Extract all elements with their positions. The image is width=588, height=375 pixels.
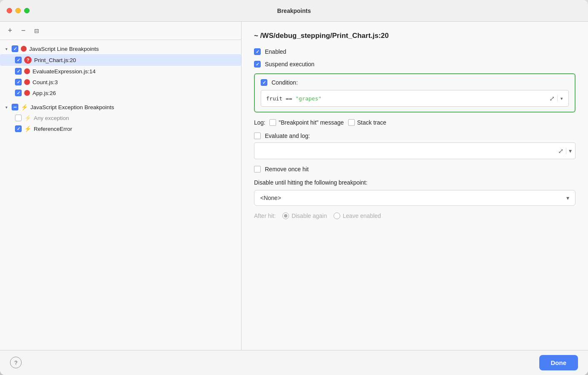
code-input-actions: ⤢ ▾ bbox=[549, 95, 563, 102]
chevron-down-icon: ▾ bbox=[3, 47, 9, 51]
remove-checkbox[interactable] bbox=[254, 166, 261, 172]
after-hit-label: After hit: bbox=[254, 212, 276, 219]
bottom-bar: ? Done bbox=[0, 350, 588, 375]
main-content: + − ⊟ ▾ ✓ JavaScript Line Breakpoints bbox=[0, 22, 588, 350]
exception-lightning-icon: ⚡ bbox=[21, 104, 28, 110]
condition-pre: fruit == bbox=[266, 95, 295, 102]
reference-error-lightning-icon: ⚡ bbox=[24, 125, 31, 132]
tree-item-evaluate-expression[interactable]: ✓ EvaluateExpression.js:14 bbox=[0, 66, 241, 77]
condition-label: Condition: bbox=[272, 79, 298, 86]
exception2-checkbox[interactable]: ✓ bbox=[15, 125, 22, 132]
enabled-checkbox[interactable]: ✓ bbox=[254, 48, 261, 55]
remove-button[interactable]: − bbox=[18, 26, 28, 36]
done-button[interactable]: Done bbox=[539, 355, 578, 370]
minimize-button[interactable] bbox=[15, 8, 21, 13]
breakpoint-question-icon: ? bbox=[24, 56, 32, 64]
tree-area: ▾ ✓ JavaScript Line Breakpoints ✓ ? Prin… bbox=[0, 40, 241, 350]
evaluate-input-actions: ⤢ ▾ bbox=[558, 147, 572, 155]
evaluate-dropdown-icon[interactable]: ▾ bbox=[566, 148, 572, 154]
evaluate-header: Evaluate and log: bbox=[254, 132, 576, 139]
evaluate-expand-icon[interactable]: ⤢ bbox=[558, 147, 563, 155]
add-button[interactable]: + bbox=[5, 26, 15, 36]
any-exception-lightning-icon: ⚡ bbox=[24, 115, 31, 121]
group2-header[interactable]: ▾ − ⚡ JavaScript Exception Breakpoints bbox=[0, 102, 241, 112]
maximize-button[interactable] bbox=[24, 8, 30, 13]
condition-code: fruit == "grapes" bbox=[266, 95, 321, 102]
group1-checkbox[interactable]: ✓ bbox=[12, 45, 18, 52]
disable-section: Disable until hitting the following brea… bbox=[254, 179, 576, 206]
suspend-row: ✓ Suspend execution bbox=[254, 61, 576, 68]
help-icon: ? bbox=[14, 360, 17, 366]
group1-label: JavaScript Line Breakpoints bbox=[29, 46, 99, 52]
item2-label: EvaluateExpression.js:14 bbox=[32, 68, 96, 75]
item4-checkbox[interactable]: ✓ bbox=[15, 90, 22, 96]
item1-checkbox[interactable]: ✓ bbox=[15, 57, 22, 63]
remove-label: Remove once hit bbox=[265, 166, 309, 172]
disable-label: Disable until hitting the following brea… bbox=[254, 179, 576, 186]
disable-dropdown[interactable]: <None> ▾ bbox=[254, 190, 576, 206]
breakpoint-path: ~ /WS/debug_stepping/Print_Chart.js:20 bbox=[254, 32, 576, 40]
condition-input[interactable]: fruit == "grapes" ⤢ ▾ bbox=[261, 90, 569, 107]
log-message-checkbox[interactable] bbox=[269, 119, 276, 126]
expand-icon[interactable]: ⤢ bbox=[549, 95, 555, 102]
breakpoint-dot4-icon bbox=[24, 90, 30, 96]
remove-row: Remove once hit bbox=[254, 166, 576, 172]
exception2-label: ReferenceError bbox=[34, 126, 72, 132]
traffic-lights bbox=[7, 8, 30, 13]
disable-again-label: Disable again bbox=[292, 212, 327, 219]
disable-again-radio[interactable]: Disable again bbox=[282, 212, 327, 219]
group2-checkbox[interactable]: − bbox=[12, 104, 18, 110]
log-row: Log: "Breakpoint hit" message Stack trac… bbox=[254, 119, 576, 126]
leave-enabled-radio-icon[interactable] bbox=[334, 212, 340, 219]
exception1-checkbox[interactable] bbox=[15, 115, 22, 121]
suspend-checkbox[interactable]: ✓ bbox=[254, 61, 261, 68]
window-title: Breakpoints bbox=[277, 8, 311, 14]
window: Breakpoints + − ⊟ ▾ ✓ JavaScript Line Br… bbox=[0, 0, 588, 375]
stack-trace-label: Stack trace bbox=[357, 119, 386, 126]
tree-item-print-chart[interactable]: ✓ ? Print_Chart.js:20 bbox=[0, 54, 241, 66]
log-message-label: "Breakpoint hit" message bbox=[279, 119, 344, 126]
right-panel: ~ /WS/debug_stepping/Print_Chart.js:20 ✓… bbox=[242, 22, 588, 350]
breakpoint-dot3-icon bbox=[24, 79, 30, 85]
close-button[interactable] bbox=[7, 8, 12, 13]
evaluate-label: Evaluate and log: bbox=[265, 132, 310, 139]
enabled-label: Enabled bbox=[265, 48, 286, 55]
title-bar: Breakpoints bbox=[0, 0, 588, 22]
after-hit-row: After hit: Disable again Leave enabled bbox=[254, 212, 576, 219]
stack-trace-checkbox[interactable] bbox=[348, 119, 355, 126]
log-message-item: "Breakpoint hit" message bbox=[269, 119, 344, 126]
item2-checkbox[interactable]: ✓ bbox=[15, 68, 22, 75]
log-label: Log: bbox=[254, 119, 265, 126]
tree-item-any-exception[interactable]: ⚡ Any exception bbox=[0, 112, 241, 123]
chevron-down2-icon: ▾ bbox=[3, 105, 9, 110]
dropdown-icon[interactable]: ▾ bbox=[557, 95, 563, 102]
left-panel: + − ⊟ ▾ ✓ JavaScript Line Breakpoints bbox=[0, 22, 242, 350]
item1-label: Print_Chart.js:20 bbox=[34, 57, 76, 63]
group-button[interactable]: ⊟ bbox=[32, 26, 42, 36]
condition-string: "grapes" bbox=[295, 95, 321, 102]
breakpoint-dot2-icon bbox=[24, 68, 30, 74]
evaluate-checkbox[interactable] bbox=[254, 132, 261, 139]
disable-again-radio-icon[interactable] bbox=[282, 212, 289, 219]
radio-selected-dot bbox=[284, 214, 287, 218]
group1-header[interactable]: ▾ ✓ JavaScript Line Breakpoints bbox=[0, 43, 241, 54]
condition-box: ✓ Condition: fruit == "grapes" ⤢ ▾ bbox=[254, 73, 576, 112]
evaluate-input[interactable]: ⤢ ▾ bbox=[254, 142, 576, 159]
disable-chevron-icon: ▾ bbox=[566, 195, 569, 201]
condition-checkbox[interactable]: ✓ bbox=[261, 79, 267, 86]
item4-label: App.js:26 bbox=[32, 90, 56, 96]
tree-item-app[interactable]: ✓ App.js:26 bbox=[0, 88, 241, 98]
tree-item-reference-error[interactable]: ✓ ⚡ ReferenceError bbox=[0, 123, 241, 134]
evaluate-section: Evaluate and log: ⤢ ▾ bbox=[254, 132, 576, 159]
leave-enabled-label: Leave enabled bbox=[343, 212, 381, 219]
group2-label: JavaScript Exception Breakpoints bbox=[30, 104, 114, 110]
disable-none-label: <None> bbox=[260, 195, 281, 201]
tree-item-count[interactable]: ✓ Count.js:3 bbox=[0, 77, 241, 88]
help-button[interactable]: ? bbox=[10, 357, 22, 368]
toolbar: + − ⊟ bbox=[0, 22, 241, 40]
item3-checkbox[interactable]: ✓ bbox=[15, 79, 22, 85]
enabled-row: ✓ Enabled bbox=[254, 48, 576, 55]
breakpoint-dot-icon bbox=[21, 46, 27, 52]
leave-enabled-radio[interactable]: Leave enabled bbox=[334, 212, 381, 219]
condition-header: ✓ Condition: bbox=[261, 79, 569, 86]
